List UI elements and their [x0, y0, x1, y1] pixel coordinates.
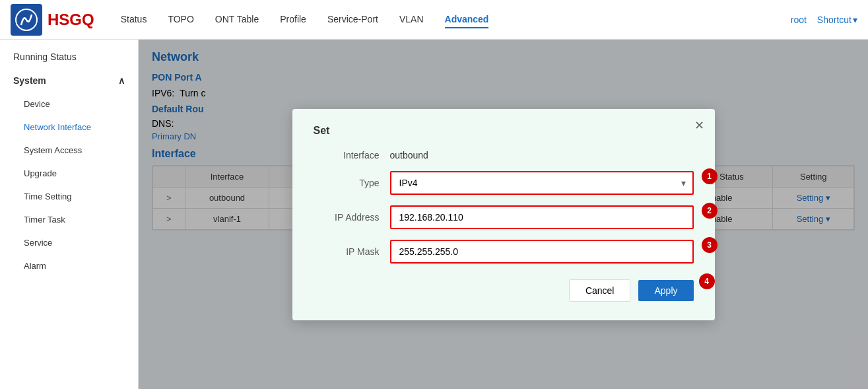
ip-address-row: IP Address 2	[314, 205, 694, 229]
nav-shortcut[interactable]: Shortcut ▾	[817, 15, 857, 25]
type-label: Type	[314, 178, 380, 188]
ip-mask-label: IP Mask	[314, 246, 380, 257]
close-icon[interactable]: ✕	[694, 120, 704, 131]
ip-address-input-wrap	[390, 205, 694, 229]
sidebar-timer-task[interactable]: Timer Task	[0, 208, 138, 231]
nav-profile[interactable]: Profile	[280, 11, 306, 28]
nav-right: root Shortcut ▾	[791, 15, 857, 25]
sidebar-system-access[interactable]: System Access	[0, 139, 138, 162]
sidebar-service[interactable]: Service	[0, 231, 138, 254]
sidebar-running-status[interactable]: Running Status	[0, 45, 138, 69]
step-badge-4: 4	[699, 273, 715, 289]
interface-value: outbound	[390, 150, 428, 160]
chevron-up-icon: ∧	[118, 75, 125, 86]
sidebar-device[interactable]: Device	[0, 92, 138, 116]
interface-label: Interface	[314, 150, 380, 160]
sidebar-network-interface[interactable]: Network Interface	[0, 116, 138, 139]
type-select-wrap: IPv4 IPv6 ▾	[390, 171, 694, 195]
logo-text: HSGQ	[48, 11, 94, 29]
nav-vlan[interactable]: VLAN	[399, 11, 424, 28]
ip-mask-input-wrap	[390, 240, 694, 264]
nav-user: root	[791, 15, 807, 25]
ip-address-label: IP Address	[314, 212, 380, 223]
modal-footer: Cancel Apply 4	[314, 279, 694, 302]
sidebar: Running Status System ∧ Device Network I…	[0, 40, 139, 389]
step-badge-1: 1	[702, 168, 718, 184]
nav-topo[interactable]: TOPO	[168, 11, 193, 28]
top-nav: HSGQ Status TOPO ONT Table Profile Servi…	[0, 0, 868, 40]
type-select[interactable]: IPv4 IPv6	[391, 172, 692, 194]
nav-status[interactable]: Status	[121, 11, 147, 28]
sidebar-upgrade[interactable]: Upgrade	[0, 162, 138, 185]
layout: Running Status System ∧ Device Network I…	[0, 40, 868, 389]
sidebar-time-setting[interactable]: Time Setting	[0, 185, 138, 208]
modal-title: Set	[314, 125, 694, 137]
modal-overlay: Set ✕ Interface outbound Type IPv4 IPv6	[139, 40, 868, 389]
nav-items: Status TOPO ONT Table Profile Service-Po…	[121, 11, 791, 28]
ip-address-input[interactable]	[391, 207, 692, 228]
step-badge-3: 3	[702, 237, 718, 253]
nav-service-port[interactable]: Service-Port	[327, 11, 378, 28]
modal-dialog: Set ✕ Interface outbound Type IPv4 IPv6	[292, 109, 715, 320]
ip-mask-input[interactable]	[391, 241, 692, 262]
nav-ont-table[interactable]: ONT Table	[215, 11, 259, 28]
sidebar-system-section[interactable]: System ∧	[0, 69, 138, 92]
cancel-button[interactable]: Cancel	[569, 279, 631, 302]
step-badge-2: 2	[702, 203, 718, 219]
type-row: Type IPv4 IPv6 ▾ 1	[314, 171, 694, 195]
interface-row: Interface outbound	[314, 150, 694, 160]
nav-advanced[interactable]: Advanced	[445, 11, 489, 28]
apply-button[interactable]: Apply	[638, 280, 693, 301]
sidebar-alarm[interactable]: Alarm	[0, 254, 138, 277]
logo-icon	[11, 4, 42, 36]
logo: HSGQ	[11, 4, 94, 36]
chevron-down-icon: ▾	[853, 15, 857, 25]
main-content: Network PON Port A IPV6: Turn c Default …	[139, 40, 868, 389]
ip-mask-row: IP Mask 3	[314, 240, 694, 264]
